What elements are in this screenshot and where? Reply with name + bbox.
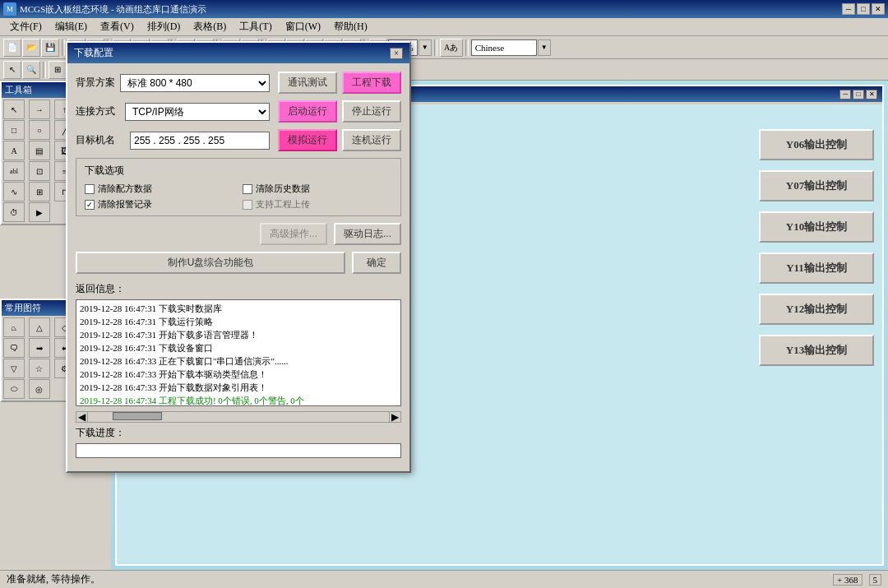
- cb-alarm[interactable]: [85, 200, 95, 210]
- option-history: 清除历史数据: [243, 183, 392, 195]
- log-line-2: 2019-12-28 16:47:31 开始下载多语言管理器！: [80, 328, 397, 341]
- start-run-btn[interactable]: 启动运行: [278, 100, 337, 123]
- project-download-btn[interactable]: 工程下载: [342, 72, 401, 94]
- progress-bar: [76, 443, 401, 458]
- background-label: 背景方案: [76, 76, 115, 90]
- dialog-body: 背景方案 标准 800 * 480 通讯测试 工程下载 连接方式 TCP/IP网…: [67, 63, 409, 471]
- connect-select[interactable]: TCP/IP网络: [125, 103, 270, 121]
- log-line-5: 2019-12-28 16:47:33 开始下载本驱动类型信息！: [80, 368, 397, 381]
- options-title: 下载选项: [85, 164, 392, 178]
- option-upload: 支持工程上传: [243, 198, 392, 211]
- advanced-btn[interactable]: 高级操作...: [260, 223, 327, 245]
- online-run-btn[interactable]: 连机运行: [342, 129, 401, 151]
- target-input[interactable]: [130, 132, 270, 150]
- cb-history[interactable]: [243, 184, 252, 194]
- cb-upload[interactable]: [243, 200, 252, 210]
- connect-label: 连接方式: [76, 104, 115, 118]
- stop-run-btn[interactable]: 停止运行: [342, 100, 401, 123]
- log-area[interactable]: 2019-12-28 16:47:31 下载实时数据库 2019-12-28 1…: [76, 299, 401, 406]
- hscroll-thumb[interactable]: [113, 412, 162, 420]
- target-label: 目标机名: [76, 133, 115, 147]
- download-dialog: 下载配置 × 背景方案 标准 800 * 480 通讯测试 工程下载 连接方式 …: [66, 41, 411, 473]
- usb-pack-btn[interactable]: 制作U盘综合功能包: [76, 252, 345, 274]
- dialog-title-text: 下载配置: [74, 46, 113, 60]
- cb-recipe[interactable]: [85, 184, 95, 194]
- log-line-7: 2019-12-28 16:47:34 工程下载成功! 0个错误, 0个警告, …: [80, 394, 397, 406]
- return-info-label: 返回信息：: [76, 282, 401, 296]
- option-alarm: 清除报警记录: [85, 198, 234, 211]
- dialog-title: 下载配置 ×: [67, 43, 409, 63]
- log-line-3: 2019-12-28 16:47:31 下载设备窗口: [80, 341, 397, 354]
- option-recipe: 清除配方数据: [85, 183, 234, 195]
- dialog-overlay: 下载配置 × 背景方案 标准 800 * 480 通讯测试 工程下载 连接方式 …: [0, 0, 888, 588]
- log-line-4: 2019-12-28 16:47:33 正在下载窗口"串口通信演示"......: [80, 354, 397, 368]
- background-select[interactable]: 标准 800 * 480: [120, 74, 270, 92]
- log-line-1: 2019-12-28 16:47:31 下载运行策略: [80, 315, 397, 328]
- options-group: 下载选项 清除配方数据 清除历史数据 清除报警记录: [76, 158, 401, 216]
- comm-test-btn[interactable]: 通讯测试: [278, 72, 337, 94]
- sim-run-btn[interactable]: 模拟运行: [278, 129, 337, 151]
- dialog-close-btn[interactable]: ×: [390, 48, 403, 59]
- hscroll-bar[interactable]: ◀ ▶: [76, 411, 401, 423]
- confirm-btn[interactable]: 确定: [352, 252, 401, 274]
- log-line-0: 2019-12-28 16:47:31 下载实时数据库: [80, 302, 397, 315]
- log-line-6: 2019-12-28 16:47:33 开始下载数据对象引用表！: [80, 381, 397, 394]
- drive-log-btn[interactable]: 驱动日志...: [334, 223, 401, 245]
- progress-label: 下载进度：: [76, 426, 401, 440]
